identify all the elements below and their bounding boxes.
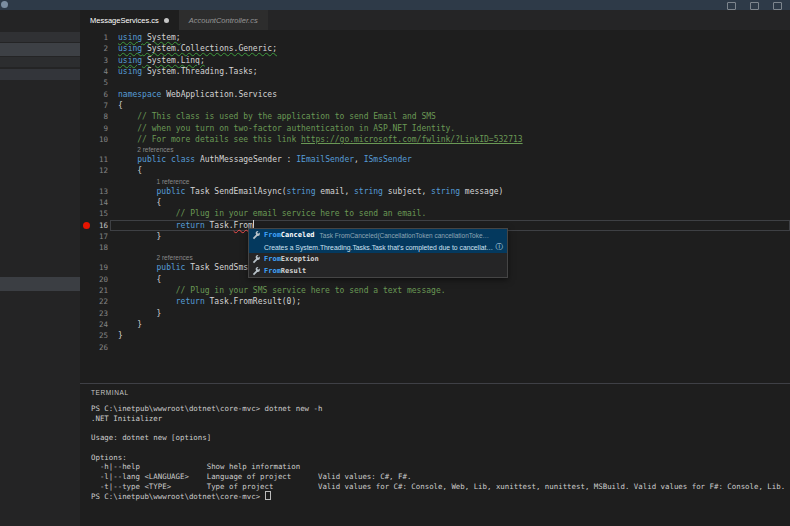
sidebar-item[interactable] — [0, 57, 80, 67]
codelens-references[interactable]: 1 reference — [80, 177, 790, 186]
breakpoint-zone[interactable] — [80, 262, 92, 273]
gutter[interactable]: 12 — [80, 165, 118, 176]
code-line[interactable]: 3using System.Linq; — [80, 55, 790, 66]
gutter[interactable]: 26 — [80, 342, 118, 353]
gutter[interactable]: 2 — [80, 43, 118, 54]
breakpoint-zone[interactable] — [80, 77, 92, 88]
code-line[interactable]: 7{ — [80, 100, 790, 111]
titlebar-icon[interactable] — [727, 2, 736, 10]
suggestion-item[interactable]: FromCanceledTask FromCanceled(Cancellati… — [249, 229, 507, 241]
codelens-references[interactable]: 2 references — [80, 145, 790, 154]
code-line[interactable]: 2using System.Collections.Generic; — [80, 43, 790, 54]
info-icon[interactable]: ⓘ — [496, 242, 504, 252]
gutter[interactable]: 13 — [80, 186, 118, 197]
gutter[interactable]: 11 — [80, 154, 118, 165]
gutter[interactable]: 5 — [80, 77, 118, 88]
breakpoint-zone[interactable] — [80, 154, 92, 165]
suggestion-item[interactable]: FromException — [249, 253, 507, 265]
gutter[interactable]: 14 — [80, 197, 118, 208]
gutter[interactable]: 20 — [80, 274, 118, 285]
gutter[interactable]: 4 — [80, 66, 118, 77]
breakpoint-zone[interactable] — [80, 208, 92, 219]
breakpoint-icon[interactable] — [80, 220, 92, 231]
breakpoint-zone[interactable] — [80, 55, 92, 66]
code-line[interactable]: 1using System; — [80, 32, 790, 43]
gutter[interactable]: 3 — [80, 55, 118, 66]
code-line[interactable]: 22 return Task.FromResult(0); — [80, 296, 790, 307]
breakpoint-zone[interactable] — [80, 342, 92, 353]
tab-messageservices[interactable]: MessageServices.cs — [80, 10, 179, 30]
code-editor[interactable]: 1using System;2using System.Collections.… — [80, 30, 790, 383]
terminal-line — [91, 443, 790, 453]
code-text: using System.Linq; — [118, 55, 205, 66]
code-line[interactable]: 6namespace WebApplication.Services — [80, 88, 790, 99]
code-line[interactable]: 12 { — [80, 165, 790, 176]
gutter[interactable]: 23 — [80, 308, 118, 319]
code-line[interactable]: 9 // when you turn on two-factor authent… — [80, 122, 790, 133]
breakpoint-zone[interactable] — [80, 197, 92, 208]
code-line[interactable]: 25} — [80, 330, 790, 341]
breakpoint-zone[interactable] — [80, 274, 92, 285]
code-line[interactable]: 15 // Plug in your email service here to… — [80, 208, 790, 219]
terminal-line: -t|--type <TYPE> Type of project Valid v… — [91, 482, 790, 492]
breakpoint-zone[interactable] — [80, 330, 92, 341]
code-line[interactable]: 8 // This class is used by the applicati… — [80, 111, 790, 122]
gutter[interactable]: 10 — [80, 134, 118, 145]
breakpoint-zone[interactable] — [80, 308, 92, 319]
code-line[interactable]: 21 // Plug in your SMS service here to s… — [80, 285, 790, 296]
code-line[interactable]: 13 public Task SendEmailAsync(string ema… — [80, 186, 790, 197]
sidebar-item[interactable] — [0, 43, 80, 56]
breakpoint-zone[interactable] — [80, 285, 92, 296]
code-line[interactable]: 14 { — [80, 197, 790, 208]
code-line[interactable]: 26 — [80, 341, 790, 352]
breakpoint-zone[interactable] — [80, 32, 92, 43]
breakpoint-zone[interactable] — [80, 43, 92, 54]
breakpoint-zone[interactable] — [80, 296, 92, 307]
titlebar-icon[interactable] — [773, 2, 782, 10]
gutter[interactable]: 21 — [80, 285, 118, 296]
code-line[interactable]: 5 — [80, 77, 790, 88]
gutter[interactable]: 25 — [80, 330, 118, 341]
code-line[interactable]: 4using System.Threading.Tasks; — [80, 66, 790, 77]
breakpoint-zone[interactable] — [80, 319, 92, 330]
line-number: 10 — [92, 135, 108, 144]
code-line[interactable]: 24 } — [80, 319, 790, 330]
gutter[interactable]: 24 — [80, 319, 118, 330]
gutter[interactable]: 19 — [80, 262, 118, 273]
gutter[interactable]: 7 — [80, 100, 118, 111]
gutter[interactable]: 15 — [80, 208, 118, 219]
gutter[interactable]: 6 — [80, 89, 118, 100]
titlebar-icon[interactable] — [750, 2, 759, 10]
sidebar-item[interactable] — [0, 69, 80, 80]
gutter[interactable]: 17 — [80, 231, 118, 242]
code-line[interactable]: 11 public class AuthMessageSender : IEma… — [80, 154, 790, 165]
breakpoint-zone[interactable] — [80, 66, 92, 77]
breakpoint-zone[interactable] — [80, 100, 92, 111]
sidebar-item[interactable] — [0, 32, 80, 42]
code-line[interactable]: 23 } — [80, 308, 790, 319]
breakpoint-zone[interactable] — [80, 89, 92, 100]
terminal-tab[interactable]: TERMINAL — [91, 389, 790, 396]
gutter[interactable]: 18 — [80, 242, 118, 253]
gutter[interactable]: 9 — [80, 123, 118, 134]
breakpoint-zone[interactable] — [80, 186, 92, 197]
gutter[interactable]: 22 — [80, 296, 118, 307]
breakpoint-zone[interactable] — [80, 242, 92, 253]
breakpoint-zone[interactable] — [80, 123, 92, 134]
tab-accountcontroller[interactable]: AccountController.cs — [179, 10, 268, 30]
breakpoint-zone[interactable] — [80, 165, 92, 176]
dirty-indicator-icon[interactable] — [164, 18, 169, 23]
breakpoint-zone[interactable] — [80, 111, 92, 122]
code-text: // For more details see this link https:… — [118, 134, 523, 145]
terminal-panel[interactable]: TERMINAL PS C:\inetpub\wwwroot\dotnet\co… — [80, 384, 790, 526]
breakpoint-zone[interactable] — [80, 231, 92, 242]
gutter[interactable]: 8 — [80, 111, 118, 122]
suggestion-item[interactable]: FromResult — [249, 265, 507, 277]
sidebar-item[interactable] — [0, 277, 80, 291]
code-line[interactable]: 10 // For more details see this link htt… — [80, 134, 790, 145]
terminal-line: .NET Initializer — [91, 414, 790, 424]
breakpoint-zone[interactable] — [80, 134, 92, 145]
line-number: 4 — [92, 67, 108, 76]
gutter[interactable]: 1 — [80, 32, 118, 43]
line-number: 21 — [92, 286, 108, 295]
